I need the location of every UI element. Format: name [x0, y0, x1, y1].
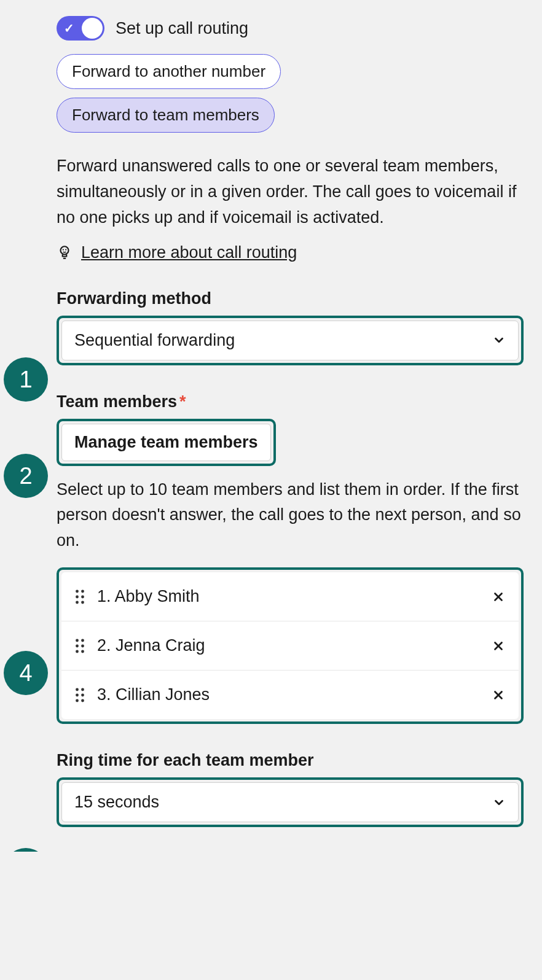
svg-point-5 [81, 589, 84, 593]
drag-handle-icon[interactable] [75, 639, 85, 653]
step-badge-1: 1 [4, 357, 48, 402]
highlight-manage-members: Manage team members [57, 419, 276, 466]
remove-member-button[interactable] [492, 590, 505, 604]
svg-point-2 [63, 249, 64, 251]
learn-more-link[interactable]: Learn more about call routing [81, 243, 297, 262]
svg-point-13 [81, 639, 84, 642]
highlight-member-list: 1. Abby Smith 2. Jenna Craig [57, 567, 524, 724]
svg-point-25 [81, 699, 84, 702]
manage-team-members-button[interactable]: Manage team members [61, 424, 271, 461]
pill-label: Forward to team members [72, 106, 259, 125]
member-list: 1. Abby Smith 2. Jenna Craig [61, 572, 519, 719]
call-routing-toggle[interactable]: ✓ [57, 16, 104, 41]
forwarding-method-select[interactable]: Sequential forwarding [61, 321, 519, 360]
svg-point-15 [81, 644, 84, 647]
highlight-ring-time: 15 seconds [57, 777, 524, 827]
svg-point-22 [76, 693, 79, 696]
pill-forward-team[interactable]: Forward to team members [57, 98, 275, 133]
list-item: 1. Abby Smith [61, 572, 519, 621]
highlight-forwarding-method: Sequential forwarding [57, 316, 524, 365]
pill-forward-number[interactable]: Forward to another number [57, 54, 281, 89]
team-members-help: Select up to 10 team members and list th… [57, 477, 524, 554]
remove-member-button[interactable] [492, 639, 505, 653]
list-item: 2. Jenna Craig [61, 621, 519, 671]
lightbulb-icon [57, 244, 73, 260]
team-members-label: Team members* [57, 392, 524, 411]
list-item: 3. Cillian Jones [61, 671, 519, 719]
chevron-down-icon [492, 796, 506, 809]
svg-point-0 [61, 246, 69, 254]
pill-label: Forward to another number [72, 62, 265, 81]
chevron-down-icon [492, 333, 506, 347]
svg-point-23 [81, 693, 84, 696]
ring-time-label: Ring time for each team member [57, 751, 524, 770]
required-asterisk: * [179, 392, 186, 411]
check-icon: ✓ [64, 22, 74, 34]
forwarding-method-label: Forwarding method [57, 289, 524, 308]
remove-member-button[interactable] [492, 688, 505, 702]
select-value: Sequential forwarding [74, 331, 235, 350]
svg-point-4 [76, 589, 79, 593]
toggle-knob [82, 18, 103, 39]
ring-time-select[interactable]: 15 seconds [61, 782, 519, 822]
step-badge-2: 2 [4, 454, 48, 498]
svg-point-20 [76, 688, 79, 691]
member-name: 2. Jenna Craig [97, 636, 492, 655]
svg-point-8 [76, 601, 79, 604]
forwarding-description: Forward unanswered calls to one or sever… [57, 154, 524, 231]
svg-point-7 [81, 595, 84, 598]
drag-handle-icon[interactable] [75, 589, 85, 604]
svg-point-24 [76, 699, 79, 702]
member-name: 3. Cillian Jones [97, 685, 492, 704]
svg-point-6 [76, 595, 79, 598]
svg-point-9 [81, 601, 84, 604]
step-badge-4: 4 [4, 651, 48, 695]
svg-point-21 [81, 688, 84, 691]
toggle-label: Set up call routing [116, 19, 248, 38]
svg-point-12 [76, 639, 79, 642]
svg-point-16 [76, 650, 79, 653]
member-name: 1. Abby Smith [97, 587, 492, 606]
select-value: 15 seconds [74, 793, 159, 812]
svg-point-17 [81, 650, 84, 653]
step-badge-5: 5 [4, 848, 48, 852]
drag-handle-icon[interactable] [75, 688, 85, 702]
svg-point-3 [65, 249, 66, 251]
svg-point-14 [76, 644, 79, 647]
